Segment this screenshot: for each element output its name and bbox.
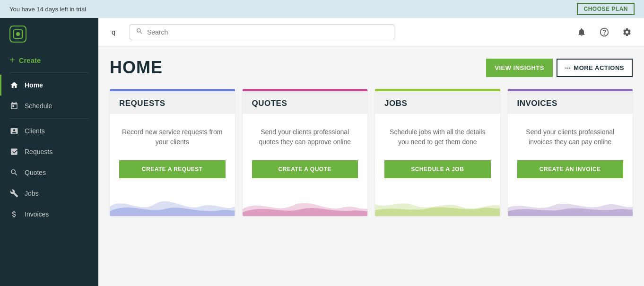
main-content: q: [98, 18, 644, 286]
sidebar: + Create Home Schedule: [0, 18, 98, 286]
home-icon: [9, 80, 19, 90]
card-body: Send your clients professional invoices …: [508, 114, 633, 188]
jobs-icon: [9, 189, 19, 198]
sidebar-item-label: Clients: [25, 127, 45, 135]
choose-plan-button[interactable]: CHOOSE PLAN: [577, 3, 635, 15]
card-wave: [508, 188, 633, 216]
page-header: HOME VIEW INSIGHTS ··· MORE ACTIONS: [110, 58, 633, 78]
trial-banner: You have 14 days left in trial CHOOSE PL…: [0, 0, 644, 18]
card-cta-button[interactable]: CREATE AN INVOICE: [517, 160, 624, 178]
app-layout: + Create Home Schedule: [0, 18, 644, 286]
svg-point-1: [16, 32, 20, 36]
sidebar-item-home[interactable]: Home: [0, 75, 98, 95]
page-title: HOME: [110, 58, 163, 78]
notifications-button[interactable]: [574, 25, 589, 40]
sidebar-item-label: Schedule: [25, 102, 52, 110]
requests-icon: [9, 147, 19, 156]
sidebar-item-schedule[interactable]: Schedule: [0, 95, 98, 116]
cards-grid: REQUESTS Record new service requests fro…: [110, 89, 633, 216]
quotes-icon: [9, 168, 19, 177]
sidebar-item-label: Home: [25, 81, 43, 89]
search-bar[interactable]: [130, 24, 394, 40]
card-header: QUOTES: [243, 91, 368, 114]
sidebar-item-label: Invoices: [25, 210, 49, 218]
clients-icon: [9, 126, 19, 136]
help-button[interactable]: [597, 25, 612, 40]
card-description: Schedule jobs with all the details you n…: [384, 123, 491, 151]
topbar-q-label: q: [108, 26, 122, 39]
sidebar-item-jobs[interactable]: Jobs: [0, 183, 98, 204]
sidebar-divider: [9, 72, 89, 73]
sidebar-item-label: Requests: [25, 148, 52, 156]
logo-icon: [9, 26, 26, 43]
card-wave: [243, 188, 368, 216]
view-insights-button[interactable]: VIEW INSIGHTS: [486, 59, 553, 77]
card-description: Send your clients professional quotes th…: [252, 123, 358, 151]
card-requests: REQUESTS Record new service requests fro…: [110, 89, 235, 216]
card-body: Send your clients professional quotes th…: [243, 114, 368, 188]
card-description: Record new service requests from your cl…: [119, 123, 226, 151]
topbar-actions: [574, 25, 635, 40]
sidebar-logo: [0, 18, 98, 50]
sidebar-item-clients[interactable]: Clients: [0, 121, 98, 141]
sidebar-item-label: Quotes: [25, 169, 46, 176]
sidebar-item-invoices[interactable]: Invoices: [0, 204, 98, 225]
card-cta-button[interactable]: SCHEDULE A JOB: [384, 160, 491, 178]
invoices-icon: [9, 209, 19, 219]
card-quotes: QUOTES Send your clients professional qu…: [243, 89, 368, 216]
topbar: q: [98, 18, 644, 46]
search-icon: [136, 27, 143, 37]
card-header: REQUESTS: [110, 91, 235, 114]
trial-text: You have 14 days left in trial: [9, 6, 86, 13]
sidebar-divider: [9, 118, 89, 119]
plus-icon: +: [9, 55, 15, 66]
header-actions: VIEW INSIGHTS ··· MORE ACTIONS: [486, 59, 633, 77]
card-body: Record new service requests from your cl…: [110, 114, 235, 188]
more-actions-label: MORE ACTIONS: [574, 64, 624, 71]
card-invoices: INVOICES Send your clients professional …: [508, 89, 633, 216]
card-jobs: JOBS Schedule jobs with all the details …: [375, 89, 500, 216]
card-cta-button[interactable]: CREATE A QUOTE: [252, 160, 358, 178]
card-cta-button[interactable]: CREATE A REQUEST: [119, 160, 226, 178]
calendar-icon: [9, 101, 19, 111]
card-header: INVOICES: [508, 91, 633, 114]
card-wave: [110, 188, 235, 216]
sidebar-item-requests[interactable]: Requests: [0, 141, 98, 162]
card-description: Send your clients professional invoices …: [517, 123, 624, 151]
create-label: Create: [19, 56, 41, 64]
more-actions-button[interactable]: ··· MORE ACTIONS: [557, 59, 633, 77]
card-header: JOBS: [375, 91, 500, 114]
settings-button[interactable]: [619, 25, 635, 40]
create-button[interactable]: + Create: [0, 50, 98, 70]
page-content: HOME VIEW INSIGHTS ··· MORE ACTIONS REQU…: [98, 46, 644, 286]
ellipsis-icon: ···: [565, 64, 571, 71]
search-input[interactable]: [147, 28, 388, 36]
card-wave: [375, 188, 500, 216]
sidebar-item-label: Jobs: [25, 190, 39, 197]
sidebar-item-quotes[interactable]: Quotes: [0, 162, 98, 183]
card-body: Schedule jobs with all the details you n…: [375, 114, 500, 188]
svg-point-3: [604, 34, 605, 34]
